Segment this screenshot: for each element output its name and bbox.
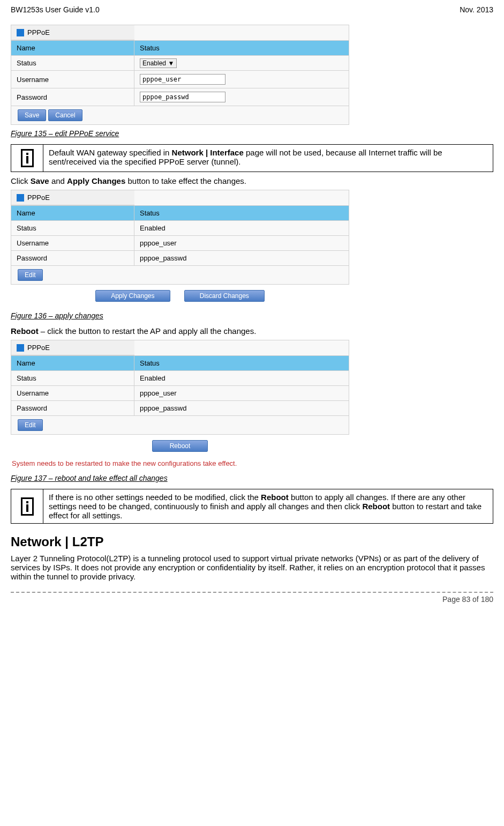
row-username-label: Username <box>11 386 134 401</box>
row-password-value: pppoe_passwd <box>134 251 349 266</box>
info-box-2: If there is no other settings needed to … <box>11 489 493 524</box>
panel-title: PPPoE <box>27 194 50 202</box>
panel-icon <box>17 344 24 352</box>
info-box-1: Default WAN gateway specified in Network… <box>11 144 493 172</box>
status-select[interactable]: Enabled ▼ <box>140 58 177 68</box>
figure-136-caption: Figure 136 – apply changes <box>11 311 493 320</box>
page-footer: Page 83 of 180 <box>11 592 493 604</box>
info-icon <box>21 149 34 167</box>
row-password-value: pppoe_passwd <box>134 401 349 416</box>
status-select-value: Enabled <box>142 59 166 67</box>
edit-button[interactable]: Edit <box>18 419 43 431</box>
discard-changes-button[interactable]: Discard Changes <box>184 290 265 302</box>
panel-icon <box>17 29 24 36</box>
info-text-2: If there is no other settings needed to … <box>43 489 493 523</box>
section-title-l2tp: Network | L2TP <box>11 534 493 549</box>
figure-137-caption: Figure 137 – reboot and take effect all … <box>11 474 493 482</box>
body-text-2: Reboot – click the button to restart the… <box>11 326 493 336</box>
doc-date: Nov. 2013 <box>460 5 493 14</box>
panel-icon <box>17 194 24 202</box>
info-text-1: Default WAN gateway specified in Network… <box>43 145 493 172</box>
row-username-value: pppoe_user <box>134 236 349 251</box>
row-username-label: Username <box>11 71 134 88</box>
edit-button[interactable]: Edit <box>18 269 43 281</box>
row-username-label: Username <box>11 236 134 251</box>
row-status-label: Status <box>11 371 134 386</box>
info-icon <box>21 497 34 516</box>
row-password-label: Password <box>11 251 134 266</box>
row-password-label: Password <box>11 88 134 106</box>
doc-title: BW1253s User Guide v1.0 <box>11 5 100 14</box>
apply-changes-button[interactable]: Apply Changes <box>95 290 170 302</box>
col-status: Status <box>134 356 349 371</box>
row-password-label: Password <box>11 401 134 416</box>
password-input[interactable] <box>140 92 225 102</box>
pppoe-edit-table: PPPoE NameStatus StatusEnabled ▼ Usernam… <box>11 25 349 125</box>
row-status-label: Status <box>11 56 134 71</box>
panel-title: PPPoE <box>27 28 50 36</box>
pppoe-reboot-table: PPPoE NameStatus StatusEnabled Usernamep… <box>11 340 349 435</box>
row-username-value: pppoe_user <box>134 386 349 401</box>
username-input[interactable] <box>140 74 225 85</box>
l2tp-body: Layer 2 Tunneling Protocol(L2TP) is a tu… <box>11 554 493 581</box>
col-name: Name <box>11 206 134 221</box>
reboot-warning: System needs to be restarted to make the… <box>11 457 349 470</box>
save-button[interactable]: Save <box>18 109 46 121</box>
pppoe-view-table: PPPoE NameStatus StatusEnabled Usernamep… <box>11 190 349 285</box>
row-status-value: Enabled <box>134 221 349 236</box>
col-name: Name <box>11 356 134 371</box>
body-text-1: Click Save and Apply Changes button to t… <box>11 176 493 185</box>
col-status: Status <box>134 41 349 56</box>
col-name: Name <box>11 41 134 56</box>
col-status: Status <box>134 206 349 221</box>
row-status-label: Status <box>11 221 134 236</box>
row-status-value: Enabled <box>134 371 349 386</box>
figure-135-caption: Figure 135 – edit PPPoE service <box>11 129 493 138</box>
cancel-button[interactable]: Cancel <box>48 109 82 121</box>
reboot-button[interactable]: Reboot <box>152 440 208 452</box>
panel-title: PPPoE <box>27 344 50 352</box>
